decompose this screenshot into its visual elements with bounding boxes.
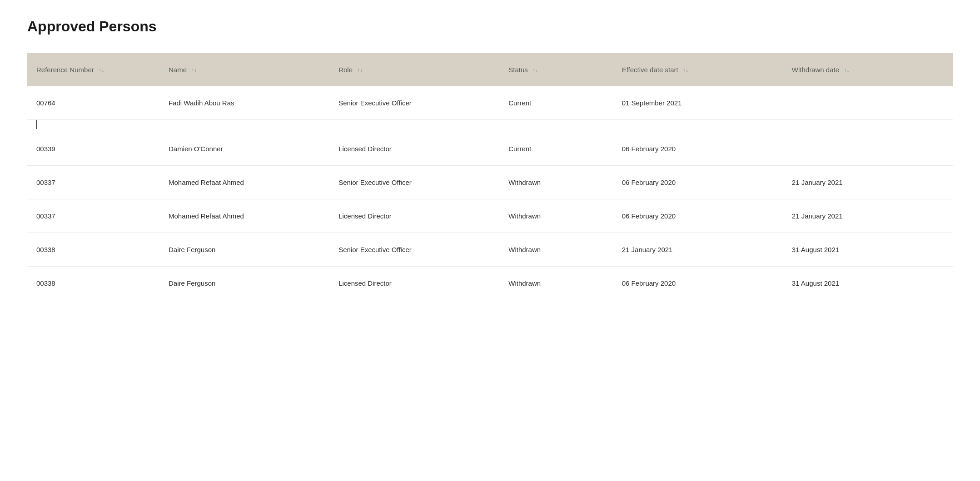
table-header: Reference Number ↑↓ Name ↑↓ Role ↑↓ Stat… (27, 53, 953, 86)
col-header-status[interactable]: Status ↑↓ (499, 53, 612, 86)
cell-ref: 00338 (27, 267, 159, 300)
cell-effective_start: 06 February 2020 (613, 199, 783, 233)
col-header-status-label: Status (508, 66, 528, 74)
cell-name: Daire Ferguson (159, 233, 329, 267)
cell-role: Senior Executive Officer (329, 166, 499, 199)
approved-persons-table: Reference Number ↑↓ Name ↑↓ Role ↑↓ Stat… (27, 53, 953, 300)
col-header-effective-label: Effective date start (622, 66, 678, 74)
cell-effective_start: 06 February 2020 (613, 166, 783, 199)
cell-status: Withdrawn (499, 267, 612, 300)
cell-withdrawn_date (783, 132, 953, 166)
cell-withdrawn_date: 31 August 2021 (783, 267, 953, 300)
table-row: 00337Mohamed Refaat AhmedSenior Executiv… (27, 166, 953, 199)
table-body: 00764Fadi Wadih Abou RasSenior Executive… (27, 86, 953, 300)
cell-status: Withdrawn (499, 166, 612, 199)
col-header-ref-label: Reference Number (36, 66, 94, 74)
page-container: Approved Persons Reference Number ↑↓ Nam… (0, 0, 980, 318)
table-row: 00337Mohamed Refaat AhmedLicensed Direct… (27, 199, 953, 233)
cell-role: Licensed Director (329, 267, 499, 300)
sort-icon-withdrawn: ↑↓ (844, 67, 849, 74)
sort-icon-effective: ↑↓ (683, 67, 688, 74)
cursor-cell (27, 120, 159, 133)
col-header-name-label: Name (169, 66, 187, 74)
cell-ref: 00339 (27, 132, 159, 166)
cell-withdrawn_date (783, 86, 953, 120)
cell-name: Fadi Wadih Abou Ras (159, 86, 329, 120)
col-header-role[interactable]: Role ↑↓ (329, 53, 499, 86)
cell-ref: 00764 (27, 86, 159, 120)
cell-effective_start: 06 February 2020 (613, 267, 783, 300)
col-header-withdrawn[interactable]: Withdrawn date ↑↓ (783, 53, 953, 86)
cell-ref: 00337 (27, 199, 159, 233)
text-cursor (36, 120, 37, 129)
col-header-name[interactable]: Name ↑↓ (159, 53, 329, 86)
cell-status: Withdrawn (499, 199, 612, 233)
cell-status: Withdrawn (499, 233, 612, 267)
cell-withdrawn_date: 31 August 2021 (783, 233, 953, 267)
sort-icon-status: ↑↓ (532, 67, 538, 74)
sort-icon-ref: ↑↓ (99, 67, 104, 74)
cell-role: Senior Executive Officer (329, 86, 499, 120)
cell-status: Current (499, 132, 612, 166)
cursor-row (27, 120, 953, 133)
col-header-effective[interactable]: Effective date start ↑↓ (613, 53, 783, 86)
col-header-withdrawn-label: Withdrawn date (792, 66, 839, 74)
cell-name: Daire Ferguson (159, 267, 329, 300)
cell-ref: 00338 (27, 233, 159, 267)
cell-withdrawn_date: 21 January 2021 (783, 199, 953, 233)
cell-withdrawn_date: 21 January 2021 (783, 166, 953, 199)
cell-role: Licensed Director (329, 199, 499, 233)
table-row: 00338Daire FergusonLicensed DirectorWith… (27, 267, 953, 300)
table-row: 00764Fadi Wadih Abou RasSenior Executive… (27, 86, 953, 120)
cell-effective_start: 01 September 2021 (613, 86, 783, 120)
cell-ref: 00337 (27, 166, 159, 199)
table-row: 00338Daire FergusonSenior Executive Offi… (27, 233, 953, 267)
table-row: 00339Damien O'ConnerLicensed DirectorCur… (27, 132, 953, 166)
cell-effective_start: 06 February 2020 (613, 132, 783, 166)
page-title: Approved Persons (27, 18, 953, 35)
sort-icon-name: ↑↓ (191, 67, 197, 74)
col-header-ref[interactable]: Reference Number ↑↓ (27, 53, 159, 86)
cell-status: Current (499, 86, 612, 120)
col-header-role-label: Role (338, 66, 353, 74)
cell-name: Damien O'Conner (159, 132, 329, 166)
cell-effective_start: 21 January 2021 (613, 233, 783, 267)
cell-name: Mohamed Refaat Ahmed (159, 166, 329, 199)
cell-name: Mohamed Refaat Ahmed (159, 199, 329, 233)
sort-icon-role: ↑↓ (357, 67, 363, 74)
cell-role: Senior Executive Officer (329, 233, 499, 267)
cell-role: Licensed Director (329, 132, 499, 166)
